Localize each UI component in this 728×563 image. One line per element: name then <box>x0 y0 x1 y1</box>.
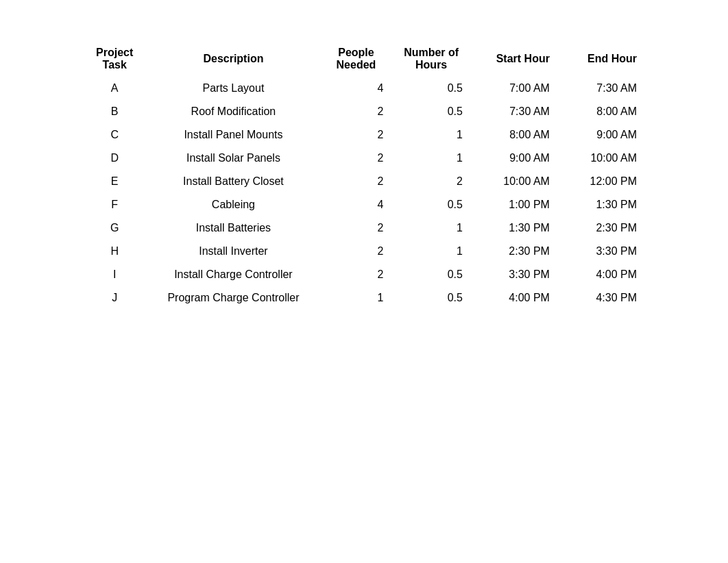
header-project-task: Project Task <box>83 41 146 77</box>
cell-end-hour: 10:00 AM <box>558 147 645 170</box>
cell-description: Install Charge Controller <box>146 263 320 286</box>
table-row: HInstall Inverter212:30 PM3:30 PM <box>83 240 645 263</box>
header-number-of-hours: Number of Hours <box>391 41 470 77</box>
cell-description: Install Panel Mounts <box>146 123 320 147</box>
cell-hours: 1 <box>391 216 470 240</box>
cell-start-hour: 3:30 PM <box>471 263 558 286</box>
cell-task: G <box>83 216 146 240</box>
cell-start-hour: 10:00 AM <box>471 170 558 193</box>
cell-start-hour: 2:30 PM <box>471 240 558 263</box>
cell-hours: 0.5 <box>391 263 470 286</box>
cell-description: Install Solar Panels <box>146 147 320 170</box>
cell-description: Cableing <box>146 193 320 216</box>
cell-hours: 1 <box>391 123 470 147</box>
table-container: Project Task Description People Needed N… <box>0 0 728 337</box>
cell-hours: 0.5 <box>391 286 470 310</box>
cell-people: 2 <box>320 263 391 286</box>
cell-end-hour: 4:30 PM <box>558 286 645 310</box>
cell-task: A <box>83 77 146 100</box>
cell-hours: 0.5 <box>391 77 470 100</box>
cell-task: B <box>83 100 146 123</box>
cell-start-hour: 1:30 PM <box>471 216 558 240</box>
cell-task: F <box>83 193 146 216</box>
header-description: Description <box>146 41 320 77</box>
cell-people: 1 <box>320 286 391 310</box>
cell-description: Install Batteries <box>146 216 320 240</box>
table-header-row: Project Task Description People Needed N… <box>83 41 645 77</box>
cell-start-hour: 8:00 AM <box>471 123 558 147</box>
table-row: EInstall Battery Closet2210:00 AM12:00 P… <box>83 170 645 193</box>
cell-task: J <box>83 286 146 310</box>
cell-start-hour: 7:30 AM <box>471 100 558 123</box>
table-row: AParts Layout40.57:00 AM7:30 AM <box>83 77 645 100</box>
cell-start-hour: 9:00 AM <box>471 147 558 170</box>
cell-start-hour: 1:00 PM <box>471 193 558 216</box>
cell-people: 2 <box>320 100 391 123</box>
cell-end-hour: 4:00 PM <box>558 263 645 286</box>
header-end-hour: End Hour <box>558 41 645 77</box>
cell-people: 4 <box>320 193 391 216</box>
table-row: FCableing40.51:00 PM1:30 PM <box>83 193 645 216</box>
cell-task: D <box>83 147 146 170</box>
table-row: JProgram Charge Controller10.54:00 PM4:3… <box>83 286 645 310</box>
cell-people: 2 <box>320 216 391 240</box>
cell-description: Roof Modification <box>146 100 320 123</box>
cell-end-hour: 3:30 PM <box>558 240 645 263</box>
cell-people: 2 <box>320 170 391 193</box>
table-row: IInstall Charge Controller20.53:30 PM4:0… <box>83 263 645 286</box>
cell-start-hour: 7:00 AM <box>471 77 558 100</box>
cell-description: Program Charge Controller <box>146 286 320 310</box>
cell-task: I <box>83 263 146 286</box>
cell-people: 4 <box>320 77 391 100</box>
cell-description: Install Battery Closet <box>146 170 320 193</box>
cell-end-hour: 7:30 AM <box>558 77 645 100</box>
cell-task: E <box>83 170 146 193</box>
cell-hours: 0.5 <box>391 193 470 216</box>
table-row: CInstall Panel Mounts218:00 AM9:00 AM <box>83 123 645 147</box>
cell-start-hour: 4:00 PM <box>471 286 558 310</box>
cell-end-hour: 8:00 AM <box>558 100 645 123</box>
cell-hours: 0.5 <box>391 100 470 123</box>
cell-people: 2 <box>320 240 391 263</box>
cell-hours: 1 <box>391 240 470 263</box>
cell-hours: 1 <box>391 147 470 170</box>
table-row: BRoof Modification20.57:30 AM8:00 AM <box>83 100 645 123</box>
cell-people: 2 <box>320 123 391 147</box>
cell-description: Install Inverter <box>146 240 320 263</box>
cell-hours: 2 <box>391 170 470 193</box>
cell-description: Parts Layout <box>146 77 320 100</box>
cell-end-hour: 2:30 PM <box>558 216 645 240</box>
cell-end-hour: 9:00 AM <box>558 123 645 147</box>
header-start-hour: Start Hour <box>471 41 558 77</box>
table-row: DInstall Solar Panels219:00 AM10:00 AM <box>83 147 645 170</box>
project-table: Project Task Description People Needed N… <box>83 41 645 310</box>
cell-people: 2 <box>320 147 391 170</box>
cell-end-hour: 12:00 PM <box>558 170 645 193</box>
cell-task: C <box>83 123 146 147</box>
cell-end-hour: 1:30 PM <box>558 193 645 216</box>
cell-task: H <box>83 240 146 263</box>
table-row: GInstall Batteries211:30 PM2:30 PM <box>83 216 645 240</box>
header-people-needed: People Needed <box>320 41 391 77</box>
